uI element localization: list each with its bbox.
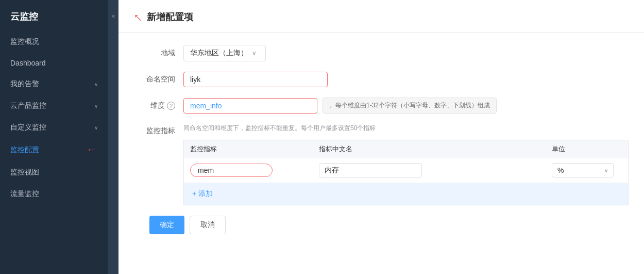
monitor-label: 监控指标 xyxy=(134,126,175,136)
confirm-button[interactable]: 确定 xyxy=(149,216,184,234)
chevron-down-icon: ∨ xyxy=(94,82,98,87)
dimension-row: 维度 ? 。每个维度由1-32个字符（小写字母、数字、下划线）组成 xyxy=(134,98,629,114)
region-label: 地域 xyxy=(134,49,175,58)
sidebar-item-traffic-monitor-label: 流量监控 xyxy=(10,189,98,199)
dimension-input[interactable] xyxy=(183,98,317,114)
sidebar-item-monitor-config[interactable]: 监控配置 ← xyxy=(0,138,108,162)
name-input[interactable] xyxy=(319,163,422,178)
sidebar-item-custom-monitor[interactable]: 自定义监控 ∨ xyxy=(0,117,108,138)
chevron-down-icon: ∨ xyxy=(604,168,608,173)
cancel-button[interactable]: 取消 xyxy=(190,216,226,234)
form-footer: 确定 取消 xyxy=(134,205,629,245)
collapse-icon: « xyxy=(112,12,115,20)
dimension-hint: 。每个维度由1-32个字符（小写字母、数字、下划线）组成 xyxy=(323,98,497,114)
monitor-label-row: 监控指标 同命名空间和维度下，监控指标不能重复。每个用户最多设置50个指标 xyxy=(134,124,629,138)
sidebar-item-monitor-view-label: 监控视图 xyxy=(10,168,98,177)
sidebar-item-traffic-monitor[interactable]: 流量监控 xyxy=(0,183,108,205)
th-name: 指标中文名 xyxy=(313,144,546,154)
sidebar-title: 云监控 xyxy=(0,0,108,31)
region-select[interactable]: 华东地区（上海） ∨ xyxy=(183,45,266,61)
unit-value: % xyxy=(557,166,564,174)
page-header: ↑ 新增配置项 xyxy=(118,0,644,33)
th-unit: 单位 xyxy=(546,144,628,154)
page-title: 新增配置项 xyxy=(147,11,193,23)
sidebar-item-monitor-config-label: 监控配置 xyxy=(10,146,87,155)
arrow-up-red-icon: ↑ xyxy=(130,10,145,24)
add-row[interactable]: + 添加 xyxy=(183,183,629,205)
sidebar-item-overview-label: 监控概况 xyxy=(10,37,98,46)
sidebar-collapse-button[interactable]: « xyxy=(108,0,118,274)
chevron-down-icon: ∨ xyxy=(94,125,98,131)
add-label: + 添加 xyxy=(192,189,213,199)
monitor-section: 监控指标 同命名空间和维度下，监控指标不能重复。每个用户最多设置50个指标 监控… xyxy=(134,124,629,205)
region-value: 华东地区（上海） xyxy=(190,49,248,58)
sidebar-item-monitor-view[interactable]: 监控视图 xyxy=(0,162,108,183)
table-row: % ∨ xyxy=(183,158,629,183)
form-body: 地域 华东地区（上海） ∨ 命名空间 维度 ? 。每个维度由1-32个字符（小写… xyxy=(118,33,644,257)
td-name xyxy=(313,163,546,178)
namespace-label: 命名空间 xyxy=(134,75,175,84)
chevron-down-icon: ∨ xyxy=(252,50,257,57)
namespace-row: 命名空间 xyxy=(134,72,629,87)
sidebar-item-overview[interactable]: 监控概况 xyxy=(0,31,108,53)
td-indicator xyxy=(184,164,313,177)
sidebar-item-cloud-monitor-label: 云产品监控 xyxy=(10,101,94,110)
sidebar-item-dashboard[interactable]: Dashboard xyxy=(0,53,108,73)
arrow-right-icon: ← xyxy=(87,144,96,155)
table-header: 监控指标 指标中文名 单位 xyxy=(183,140,629,158)
sidebar-item-custom-monitor-label: 自定义监控 xyxy=(10,123,94,132)
namespace-input[interactable] xyxy=(183,72,328,87)
sidebar-item-alerts[interactable]: 我的告警 ∨ xyxy=(0,73,108,95)
dimension-label: 维度 ? xyxy=(134,101,175,110)
th-indicator: 监控指标 xyxy=(184,144,313,154)
dimension-wrapper: 。每个维度由1-32个字符（小写字母、数字、下划线）组成 xyxy=(183,98,497,114)
region-row: 地域 华东地区（上海） ∨ xyxy=(134,45,629,61)
sidebar-item-dashboard-label: Dashboard xyxy=(10,59,98,67)
main-content: ↑ 新增配置项 地域 华东地区（上海） ∨ 命名空间 维度 ? 。每个维度由1-… xyxy=(118,0,644,274)
sidebar: 云监控 监控概况 Dashboard 我的告警 ∨ 云产品监控 ∨ 自定义监控 … xyxy=(0,0,108,274)
help-icon[interactable]: ? xyxy=(167,102,175,110)
unit-select[interactable]: % ∨ xyxy=(552,163,614,178)
indicator-input[interactable] xyxy=(190,164,273,177)
td-unit: % ∨ xyxy=(546,163,628,178)
chevron-down-icon: ∨ xyxy=(94,103,98,109)
sidebar-item-alerts-label: 我的告警 xyxy=(10,79,94,89)
monitor-description: 同命名空间和维度下，监控指标不能重复。每个用户最多设置50个指标 xyxy=(183,124,376,133)
sidebar-item-cloud-monitor[interactable]: 云产品监控 ∨ xyxy=(0,95,108,117)
